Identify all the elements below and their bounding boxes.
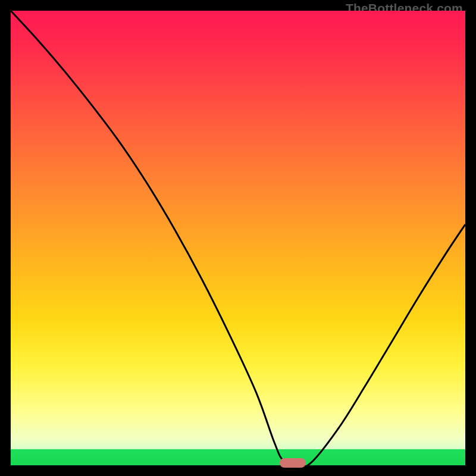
chart-container: TheBottleneck.com [0,0,476,476]
bottleneck-curve [11,11,465,465]
plot-area [11,11,465,465]
curve-path [11,11,465,467]
optimal-marker [280,458,306,468]
